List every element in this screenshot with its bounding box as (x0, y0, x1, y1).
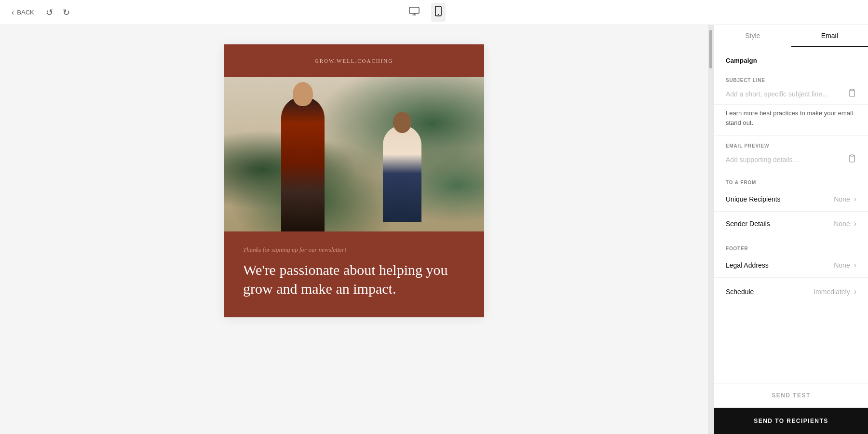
svg-point-2 (438, 14, 439, 15)
legal-address-label: Legal Address (726, 261, 769, 269)
sender-details-right: None › (834, 219, 856, 228)
subject-line-row (714, 86, 868, 105)
sender-details-arrow-icon: › (854, 219, 856, 228)
panel-content: Campaign SUBJECT LINE Learn more best pr… (714, 47, 868, 383)
panel-tabs: Style Email (714, 25, 868, 47)
schedule-right: Immediately › (814, 287, 856, 296)
legal-address-value: None (834, 261, 850, 269)
unique-recipients-value: None (834, 195, 850, 203)
undo-button[interactable]: ↺ (44, 5, 55, 20)
tab-email[interactable]: Email (791, 25, 868, 47)
subject-info-text: Learn more best practices to make your e… (714, 105, 868, 136)
footer-heading: FOOTER (714, 236, 868, 253)
redo-button[interactable]: ↻ (61, 5, 72, 20)
tab-style[interactable]: Style (714, 25, 791, 47)
email-headline: We're passionate about helping you grow … (243, 260, 465, 298)
unique-recipients-right: None › (834, 195, 856, 203)
legal-address-right: None › (834, 261, 856, 270)
email-preview-row (714, 151, 868, 170)
person2-silhouette (383, 125, 421, 222)
email-image (224, 77, 484, 231)
sender-details-value: None (834, 220, 850, 228)
top-bar-left: ‹ BACK ↺ ↻ (12, 5, 72, 20)
preview-area: GROW.WELL.COACHING Thanks for signing up… (0, 25, 708, 434)
best-practices-link[interactable]: Learn more best practices (726, 109, 798, 117)
sender-details-label: Sender Details (726, 220, 770, 228)
history-buttons: ↺ ↻ (44, 5, 72, 20)
subject-line-label: SUBJECT LINE (714, 70, 868, 86)
send-to-recipients-button[interactable]: SEND TO RECIPIENTS (714, 408, 868, 434)
desktop-view-button[interactable] (405, 4, 423, 21)
email-thanks-text: Thanks for signing up for our newsletter… (243, 246, 465, 254)
email-preview-label: EMAIL PREVIEW (714, 136, 868, 151)
schedule-label: Schedule (726, 288, 754, 296)
back-arrow-icon: ‹ (12, 8, 14, 17)
back-label: BACK (17, 9, 34, 16)
desktop-icon (409, 7, 420, 15)
sender-details-row[interactable]: Sender Details None › (714, 212, 868, 236)
person1-silhouette (281, 96, 325, 231)
unique-recipients-arrow-icon: › (854, 195, 856, 203)
svg-rect-0 (409, 7, 419, 14)
main-layout: GROW.WELL.COACHING Thanks for signing up… (0, 25, 868, 434)
preview-paste-icon[interactable] (848, 154, 856, 165)
svg-rect-6 (851, 155, 854, 156)
campaign-title: Campaign (714, 47, 868, 70)
device-switcher (405, 3, 446, 22)
schedule-row[interactable]: Schedule Immediately › (714, 280, 868, 304)
mobile-view-button[interactable] (431, 3, 446, 22)
send-test-button[interactable]: SEND TEST (714, 383, 868, 408)
schedule-value: Immediately (814, 288, 850, 296)
scroll-thumb[interactable] (709, 30, 712, 68)
mobile-icon (435, 6, 442, 16)
svg-rect-4 (851, 89, 854, 91)
panel-footer: SEND TEST SEND TO RECIPIENTS (714, 383, 868, 434)
unique-recipients-row[interactable]: Unique Recipients None › (714, 187, 868, 212)
subject-line-input[interactable] (726, 90, 844, 98)
email-body: Thanks for signing up for our newsletter… (224, 231, 484, 317)
schedule-arrow-icon: › (854, 287, 856, 296)
email-preview-input[interactable] (726, 156, 844, 163)
subject-paste-icon[interactable] (848, 89, 856, 99)
email-preview-card: GROW.WELL.COACHING Thanks for signing up… (224, 44, 484, 317)
unique-recipients-label: Unique Recipients (726, 195, 781, 203)
scroll-divider (708, 25, 714, 434)
right-panel: Style Email Campaign SUBJECT LINE Lear (714, 25, 868, 434)
back-button[interactable]: ‹ BACK (12, 8, 34, 17)
email-header: GROW.WELL.COACHING (224, 44, 484, 77)
email-brand: GROW.WELL.COACHING (233, 58, 475, 64)
email-photo-bg (224, 77, 484, 231)
legal-address-arrow-icon: › (854, 261, 856, 270)
to-from-heading: TO & FROM (714, 170, 868, 187)
legal-address-row[interactable]: Legal Address None › (714, 253, 868, 278)
top-bar: ‹ BACK ↺ ↻ (0, 0, 868, 25)
